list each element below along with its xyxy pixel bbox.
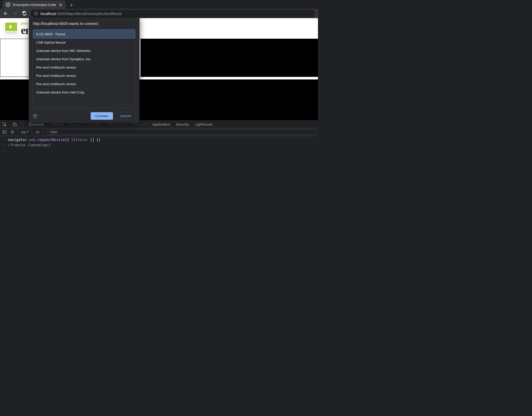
live-expression-icon[interactable] — [35, 130, 40, 135]
usb-device-item[interactable]: Pen and multitouch sensor — [34, 71, 135, 80]
new-tab-button[interactable] — [68, 2, 75, 9]
usb-device-item[interactable]: Unknown device from Synaptics, Inc. — [34, 55, 135, 63]
chevron-down-icon — [27, 131, 29, 133]
svg-point-13 — [35, 117, 35, 117]
back-button[interactable] — [3, 10, 9, 17]
tab-application[interactable]: Application — [152, 121, 170, 128]
console-prompt[interactable]: › — [0, 147, 318, 153]
address-bar[interactable]: localhost:5000/deps/libusb/examples/test… — [31, 10, 315, 17]
console-filter-bar: top — [0, 128, 318, 136]
dialog-footer: Connect Cancel — [32, 108, 136, 120]
usb-device-item[interactable]: Pen and multitouch sensor — [34, 80, 135, 88]
device-toggle-icon[interactable] — [12, 122, 17, 127]
console-sidebar-toggle-icon[interactable] — [2, 130, 7, 135]
browser-tab-bar: Emscripten-Generated Code — [0, 0, 318, 9]
url-text: localhost:5000/deps/libusb/examples/test… — [41, 11, 122, 16]
help-icon[interactable] — [32, 113, 38, 119]
dialog-title: http://localhost:5000 wants to connect — [32, 21, 136, 26]
url-path: :5000/deps/libusb/examples/testlibusb — [56, 11, 122, 16]
usb-device-item[interactable]: USB Optical Mouse — [34, 38, 135, 46]
svg-rect-2 — [36, 12, 36, 13]
svg-line-9 — [11, 131, 13, 133]
inspect-element-icon[interactable] — [2, 122, 7, 127]
usb-device-item[interactable]: Unknown device from Intel Corp. — [34, 88, 135, 96]
tab-title: Emscripten-Generated Code — [13, 3, 56, 7]
close-tab-icon[interactable] — [58, 3, 63, 7]
connect-button[interactable]: Connect — [91, 112, 113, 120]
tab-lighthouse[interactable]: Lighthouse — [195, 121, 212, 128]
svg-point-11 — [37, 132, 38, 133]
site-info-icon[interactable] — [34, 11, 38, 16]
console-output-line[interactable]: ‹· ▸Promise {<pending>} — [0, 142, 318, 147]
emscripten-icon — [4, 21, 19, 36]
svg-rect-5 — [15, 124, 16, 126]
globe-icon — [6, 2, 10, 7]
console-filter-input[interactable] — [48, 129, 316, 135]
cancel-button[interactable]: Cancel — [115, 112, 136, 120]
svg-rect-6 — [3, 131, 6, 133]
usb-device-item[interactable]: Pen and multitouch sensor — [34, 63, 135, 71]
reload-button[interactable] — [21, 10, 28, 17]
usb-device-list: ILGE-6600 - Paired USB Optical Mouse Unk… — [32, 29, 136, 108]
usb-permission-dialog: http://localhost:5000 wants to connect I… — [29, 18, 139, 123]
console-output: › navigator.usb.requestDevice({ filters:… — [0, 136, 318, 249]
clear-console-icon[interactable] — [10, 130, 15, 135]
tab-security[interactable]: Security — [176, 121, 189, 128]
browser-toolbar: localhost:5000/deps/libusb/examples/test… — [0, 9, 318, 18]
url-host: localhost — [41, 11, 56, 16]
svg-rect-1 — [36, 13, 36, 15]
execution-context-selector[interactable]: top — [21, 130, 29, 134]
console-input-line[interactable]: › navigator.usb.requestDevice({ filters:… — [0, 137, 318, 142]
devtools-panel: Elements Console Sources Network Perform… — [0, 120, 318, 249]
usb-device-item[interactable]: ILGE-6600 - Paired — [34, 30, 135, 38]
forward-button[interactable] — [12, 10, 18, 17]
usb-device-item[interactable]: Unknown device from IMC Networks — [34, 46, 135, 55]
browser-tab[interactable]: Emscripten-Generated Code — [3, 1, 66, 9]
